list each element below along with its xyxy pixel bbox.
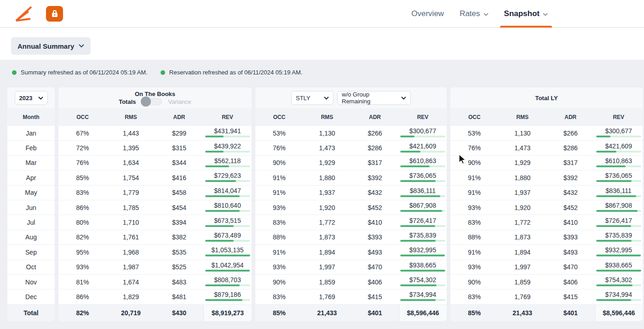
rev-cell: $736,065: [595, 172, 643, 183]
comparison-select[interactable]: STLY: [291, 91, 334, 105]
top-bar: Overview Rates Snapshot: [0, 0, 644, 28]
mouse-cursor: [458, 154, 468, 165]
rev-cell: $836,111: [399, 187, 447, 199]
rms-cell: 1,473: [499, 144, 547, 152]
rev-cell: $610,863: [399, 157, 447, 169]
rev-value: $729,623: [214, 172, 241, 179]
table-row: 88%1,873$393$735,839: [255, 230, 447, 245]
rev-progress-bar: [400, 240, 445, 242]
table-row: 88%1,873$393$735,839: [450, 230, 643, 245]
rev-progress-bar: [205, 210, 250, 212]
rev-value: $932,995: [409, 246, 436, 254]
rev-value-with-bar: $736,065: [596, 172, 641, 182]
total-rms: 21,433: [499, 309, 547, 317]
rev-value: $439,922: [214, 142, 241, 150]
rev-progress-fill: [400, 270, 445, 272]
toggle-label-variance: Variance: [168, 98, 191, 105]
rev-progress-bar: [205, 299, 250, 301]
rev-value: $1,053,135: [211, 246, 243, 254]
nav-tab-rates[interactable]: Rates: [460, 0, 488, 28]
rev-value-with-bar: $734,994: [400, 291, 445, 301]
rev-value-with-bar: $736,065: [400, 172, 445, 182]
table-row: 81%1,674$483$808,703: [58, 275, 252, 289]
total-adr: $401: [351, 309, 399, 317]
occ-cell: 91%: [450, 249, 499, 256]
total-rev: $8,919,273: [203, 305, 252, 321]
nav-tab-overview[interactable]: Overview: [411, 0, 444, 28]
rev-value: $735,839: [605, 232, 632, 239]
occ-cell: 86%: [58, 204, 107, 211]
rev-progress-bar: [400, 270, 445, 272]
rev-value-with-bar: $300,677: [596, 127, 641, 137]
table-row: 83%1,772$410$726,417: [255, 215, 447, 230]
occ-cell: 83%: [255, 219, 303, 226]
rev-progress-bar: [400, 151, 445, 153]
rev-progress-bar: [596, 284, 641, 286]
reservation-refresh-status: Reservation refreshed as of 06/11/2024 0…: [161, 69, 303, 76]
adr-cell: $382: [155, 233, 203, 241]
view-selector-button[interactable]: Annual Summary: [11, 37, 91, 55]
occ-cell: 93%: [450, 263, 499, 271]
totals-variance-toggle[interactable]: [142, 98, 162, 105]
adr-cell: $535: [155, 249, 203, 256]
table-row: 72%1,395$315$439,922: [58, 141, 252, 155]
rms-cell: 1,130: [499, 130, 547, 137]
table-row: 91%1,894$493$932,995: [450, 245, 643, 260]
total-rev: $8,596,446: [399, 305, 447, 321]
rev-value: $836,111: [606, 187, 632, 194]
lock-button[interactable]: [46, 6, 63, 22]
section-rows: 53%1,130$266$300,67776%1,473$286$421,609…: [255, 126, 447, 305]
column-header-row: OCCRMSADRREV: [450, 108, 643, 126]
rms-cell: 1,754: [107, 174, 155, 182]
rev-cell: $867,908: [399, 202, 447, 213]
chevron-down-icon: [324, 96, 329, 100]
occ-cell: 95%: [58, 249, 107, 256]
occ-cell: 88%: [450, 233, 499, 241]
rev-value-with-bar: $932,995: [596, 246, 641, 256]
rev-progress-bar: [205, 240, 250, 242]
rev-progress-fill: [400, 136, 414, 137]
rev-value-with-bar: $754,302: [596, 276, 641, 286]
rev-cell: $814,047: [203, 187, 252, 199]
rev-progress-fill: [205, 180, 236, 182]
rev-progress-bar: [596, 151, 641, 153]
rev-progress-bar: [400, 136, 445, 137]
rev-progress-bar: [400, 210, 445, 212]
rev-progress-fill: [400, 284, 437, 286]
rev-value-with-bar: $836,111: [400, 187, 445, 197]
total-adr: $430: [155, 309, 203, 317]
rms-cell: 1,873: [303, 233, 351, 241]
year-select[interactable]: 2023: [15, 91, 48, 105]
table-row: 91%1,880$392$736,065: [450, 170, 643, 185]
table-row: 95%1,968$535$1,053,135: [58, 245, 252, 260]
rev-value: $810,640: [214, 202, 241, 209]
rev-progress-bar: [400, 255, 445, 256]
rev-cell: $836,111: [595, 187, 643, 199]
nav-tab-snapshot[interactable]: Snapshot: [504, 0, 548, 28]
rev-value: $734,994: [409, 291, 436, 298]
on-the-books-card: On The Books Totals Variance OCCRMSADRRE…: [58, 87, 252, 321]
rev-value: $867,908: [409, 202, 436, 209]
rev-progress-fill: [205, 255, 250, 256]
rev-cell: $735,839: [595, 232, 643, 243]
rev-value-with-bar: $938,665: [400, 261, 445, 272]
group-filter-select[interactable]: w/o Group Remaining: [337, 91, 411, 105]
month-label: Aug: [7, 230, 55, 245]
rev-progress-fill: [596, 165, 626, 167]
rev-progress-bar: [205, 165, 250, 167]
rev-value-with-bar: $754,302: [400, 276, 445, 286]
rev-cell: $1,042,954: [203, 261, 252, 273]
table-row: 53%1,130$266$300,677: [255, 126, 447, 141]
adr-cell: $415: [546, 293, 595, 301]
adr-cell: $266: [546, 130, 595, 137]
column-header-occ: OCC: [255, 114, 303, 120]
rev-progress-bar: [400, 225, 445, 227]
rev-value-with-bar: $879,186: [205, 291, 250, 301]
adr-cell: $481: [155, 293, 203, 301]
table-row: 67%1,443$299$431,941: [58, 126, 252, 141]
rev-value: $673,489: [214, 232, 241, 239]
rev-value: $421,609: [409, 142, 436, 150]
rev-cell: $754,302: [595, 276, 643, 288]
table-row: 80%1,710$394$673,515: [58, 215, 252, 230]
table-row: 90%1,859$406$754,302: [255, 275, 447, 289]
